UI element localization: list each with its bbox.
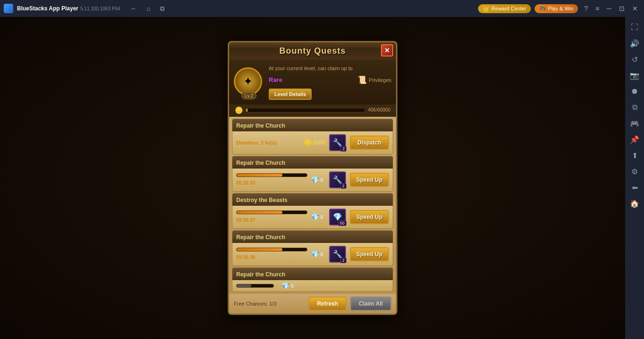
timer-bar-fill-3 (237, 211, 282, 214)
close-button[interactable]: ✕ (630, 4, 640, 13)
sidebar-settings-icon[interactable]: ⚙ (628, 165, 641, 178)
diamond-icon-4: 💎 (311, 250, 319, 258)
level-details-button[interactable]: Level Details (269, 89, 312, 100)
sidebar-gamepad-icon[interactable]: 🎮 (628, 117, 641, 130)
quest-header-4: Repair the Church (232, 231, 393, 243)
quest-duration-1: Duration: 2 hr(s) (236, 140, 300, 145)
maximize-button[interactable]: ⊡ (617, 4, 627, 13)
privileges-icon: 📜 (357, 74, 367, 86)
timer-bar-bg-4 (236, 248, 307, 251)
diamond-value-2: 0 (321, 177, 323, 183)
quest-diamond-reward-5: 💎 0 (281, 282, 294, 290)
info-section: ✦ Lv.2 At your current level, can claim … (229, 60, 396, 105)
app-name: BlueStacks App Player (17, 5, 78, 12)
refresh-button[interactable]: Refresh (308, 297, 347, 311)
sidebar-rotate-icon[interactable]: ↺ (628, 53, 641, 66)
quest-title-1: Repair the Church (236, 122, 285, 129)
sidebar-home-icon[interactable]: 🏠 (628, 197, 641, 210)
sidebar-pin-icon[interactable]: 📌 (628, 133, 641, 146)
quest-reward-icon-1: 🔧 2 (329, 134, 346, 151)
info-text-block: At your current level, can claim up to R… (269, 65, 391, 100)
quest-header-2: Repair the Church (232, 156, 393, 169)
quest-reward-icon-2: 🔧 2 (329, 171, 346, 188)
menu-icon[interactable]: ≡ (593, 4, 602, 13)
quests-list: Repair the Church Duration: 2 hr(s) 🪙 20… (229, 117, 396, 294)
speed-up-button-3[interactable]: Speed Up (350, 210, 389, 224)
panel-close-button[interactable]: ✕ (381, 44, 393, 56)
quest-header-1: Repair the Church (232, 119, 393, 131)
help-icon[interactable]: ? (582, 4, 590, 13)
diamond-value-5: 0 (291, 283, 294, 289)
quest-timer-2: 00:26:33 (236, 173, 307, 186)
timer-bar-bg-3 (236, 210, 307, 214)
quest-title-4: Repair the Church (236, 234, 285, 241)
timer-bar-bg-2 (236, 173, 307, 177)
timer-text-4: 00:26:39 (236, 255, 255, 260)
timer-text-2: 00:26:33 (236, 180, 255, 186)
diamond-icon-2: 💎 (311, 176, 319, 184)
quest-title-2: Repair the Church (236, 160, 285, 166)
bounty-progress-row: 🪙 406/60000 (229, 105, 396, 117)
quest-body-5: 💎 0 (232, 280, 393, 291)
bounty-badge-icon: ✦ (234, 67, 262, 96)
quest-diamond-reward-4: 💎 0 (311, 250, 323, 258)
panel-header: Bounty Quests ✕ (229, 42, 396, 60)
free-chances-text: Free Chances: 1/3 (234, 301, 277, 307)
dispatch-button-1[interactable]: Dispatch (350, 136, 389, 150)
sidebar-volume-icon[interactable]: 🔊 (628, 37, 641, 50)
progress-bar-background (246, 108, 365, 113)
progress-bar-fill (246, 108, 248, 112)
quest-reward-icon-3: 💎 50 (329, 209, 346, 226)
bounty-quests-panel: Bounty Quests ✕ ✦ Lv.2 At your current l… (228, 41, 397, 315)
modal-overlay: Bounty Quests ✕ ✦ Lv.2 At your current l… (0, 17, 625, 339)
title-bar: BlueStacks App Player 5.11.100.1063 P64 … (0, 0, 644, 17)
quest-title-5: Repair the Church (236, 271, 285, 278)
gold-value-1: 2000 (313, 139, 326, 146)
timer-text-3: 00:26:37 (236, 218, 255, 223)
right-sidebar: ⛶ 🔊 ↺ 📷 ⏺ ⧉ 🎮 📌 ⬆ ⚙ ⬅ 🏠 (625, 17, 644, 339)
game-background: Bounty Quests ✕ ✦ Lv.2 At your current l… (0, 17, 625, 339)
quest-item-2: Repair the Church 00:26:33 💎 0 (232, 156, 393, 192)
app-version: 5.11.100.1063 P64 (80, 6, 120, 11)
sidebar-fullscreen-icon[interactable]: ⛶ (628, 21, 641, 34)
sidebar-record-icon[interactable]: ⏺ (628, 85, 641, 98)
play-win-icon: 🎮 (539, 6, 546, 12)
quest-body-1: Duration: 2 hr(s) 🪙 2000 🔧 2 Dispatch (232, 131, 393, 154)
quest-item-1: Repair the Church Duration: 2 hr(s) 🪙 20… (232, 119, 393, 154)
quest-body-2: 00:26:33 💎 0 🔧 2 Speed Up (232, 169, 393, 191)
minimize-button[interactable]: ─ (604, 4, 614, 13)
back-button[interactable]: ← (128, 4, 140, 14)
nav-buttons: ← ⌂ ⧉ (128, 4, 167, 14)
bounty-badge-container: ✦ Lv.2 (234, 67, 264, 97)
speed-up-button-4[interactable]: Speed Up (350, 247, 389, 261)
panel-title: Bounty Quests (279, 46, 346, 56)
sidebar-back-icon[interactable]: ⬅ (628, 181, 641, 194)
timer-bar-fill-2 (237, 174, 282, 177)
diamond-icon-5: 💎 (281, 282, 289, 290)
rare-label: Rare (269, 75, 282, 85)
reward-crown-icon: 👑 (483, 6, 489, 12)
quest-item-5: Repair the Church 💎 0 (232, 267, 393, 292)
quest-timer-3: 00:26:37 (236, 210, 307, 224)
quest-item-3: Destroy the Beasts 00:26:37 💎 0 (232, 193, 393, 229)
bounty-level: Lv.2 (241, 92, 256, 99)
quest-header-3: Destroy the Beasts (232, 194, 393, 206)
home-button[interactable]: ⌂ (144, 4, 153, 14)
sidebar-screenshot-icon[interactable]: 📷 (628, 69, 641, 82)
reward-center-button[interactable]: 👑 Reward Center (478, 4, 531, 13)
quest-body-3: 00:26:37 💎 0 💎 50 Speed Up (232, 206, 393, 228)
reward-count-badge-4: 2 (340, 258, 347, 263)
quest-diamond-reward-3: 💎 0 (311, 213, 323, 221)
sidebar-arrow-up-icon[interactable]: ⬆ (628, 149, 641, 162)
quest-header-5: Repair the Church (232, 268, 393, 280)
timer-bar-fill-4 (237, 248, 282, 251)
windows-button[interactable]: ⧉ (157, 4, 167, 14)
play-win-button[interactable]: 🎮 Play & Win (535, 4, 578, 13)
diamond-value-3: 0 (321, 214, 323, 220)
bottom-actions: Refresh Claim All (308, 297, 391, 311)
reward-center-label: Reward Center (491, 6, 526, 11)
reward-count-badge-2: 2 (340, 183, 347, 189)
speed-up-button-2[interactable]: Speed Up (350, 173, 389, 187)
sidebar-layers-icon[interactable]: ⧉ (628, 101, 641, 114)
claim-all-button[interactable]: Claim All (350, 297, 391, 311)
